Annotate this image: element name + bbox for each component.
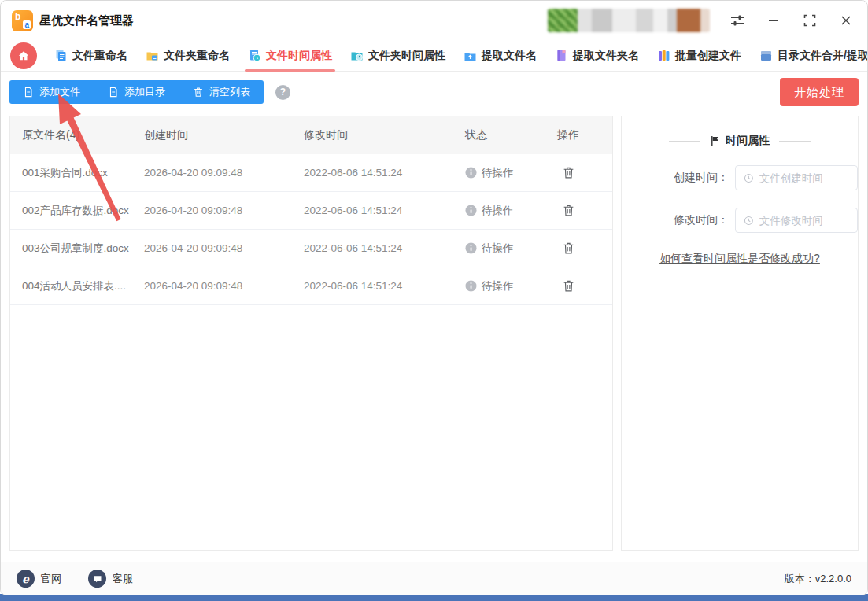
start-processing-button[interactable]: 开始处理: [780, 78, 859, 106]
tab-extract-filename[interactable]: 提取文件名: [464, 40, 537, 72]
logo-glyph-b: b: [15, 11, 20, 22]
file-rename-icon: [54, 49, 68, 62]
file-name: 003公司规章制度.docx: [10, 242, 144, 256]
status-cell: 待操作: [465, 166, 557, 180]
file-name: 002产品库存数据.docx: [10, 204, 144, 218]
help-icon[interactable]: ?: [275, 85, 290, 100]
table-row: 001采购合同.docx 2026-04-20 09:09:48 2022-06…: [10, 154, 612, 192]
home-button[interactable]: [10, 42, 37, 69]
trash-icon: [562, 242, 575, 255]
app-title: 星优文件名管理器: [39, 13, 134, 28]
flag-icon: [710, 135, 721, 146]
created-time: 2026-04-20 09:09:48: [144, 167, 304, 179]
close-button[interactable]: [837, 12, 855, 29]
modified-time-field-row: 修改时间：: [622, 208, 858, 233]
official-website-link[interactable]: e 官网: [17, 570, 61, 588]
folder-time-icon: [350, 49, 364, 62]
file-icon: [23, 87, 34, 98]
tab-folder-time-attr[interactable]: 文件夹时间属性: [350, 40, 445, 72]
logo-glyph-a: a: [23, 20, 31, 29]
titlebar: b a 星优文件名管理器: [1, 1, 867, 40]
clear-list-button[interactable]: 清空列表: [179, 80, 264, 104]
modified-time: 2022-06-06 14:51:24: [304, 242, 465, 254]
settings-sliders-icon[interactable]: [729, 12, 746, 29]
col-header-modified: 修改时间: [304, 128, 465, 142]
add-file-button[interactable]: 添加文件: [9, 80, 94, 104]
modified-time: 2022-06-06 14:51:24: [304, 280, 465, 292]
home-icon: [17, 49, 31, 63]
created-time-input[interactable]: [759, 172, 849, 184]
tab-extract-foldername[interactable]: 提取文件夹名: [555, 40, 639, 72]
created-time-field-row: 创建时间：: [622, 165, 858, 190]
support-label: 客服: [113, 572, 133, 586]
status-cell: 待操作: [465, 279, 557, 293]
panel-header: 时间属性: [622, 134, 858, 148]
table-header: 原文件名(4) 创建时间 修改时间 状态 操作: [10, 116, 612, 154]
delete-row-button[interactable]: [560, 202, 577, 219]
file-name: 001采购合同.docx: [10, 166, 144, 180]
extract-filename-icon: [464, 49, 477, 62]
merge-extract-icon: [759, 49, 773, 62]
time-attr-panel: 时间属性 创建时间： 修改时间： 如何查看时间属性是否修改成功?: [621, 116, 859, 551]
trash-icon: [562, 204, 575, 217]
modified-time: 2022-06-06 14:51:24: [304, 205, 465, 216]
panel-title: 时间属性: [726, 134, 770, 148]
website-label: 官网: [41, 572, 61, 586]
website-icon: e: [17, 570, 35, 588]
clock-icon: [744, 215, 754, 227]
file-table: 原文件名(4) 创建时间 修改时间 状态 操作 001采购合同.docx 202…: [9, 116, 613, 551]
table-row: 002产品库存数据.docx 2026-04-20 09:09:48 2022-…: [10, 192, 612, 230]
tab-file-time-attr[interactable]: 文件时间属性: [248, 40, 332, 72]
delete-row-button[interactable]: [560, 240, 577, 256]
customer-service-link[interactable]: 客服: [88, 570, 133, 588]
info-icon: [465, 167, 477, 179]
created-time-input-wrap: [735, 165, 858, 190]
created-time: 2026-04-20 09:09:48: [144, 280, 304, 292]
extract-foldername-icon: [555, 49, 568, 62]
col-header-status: 状态: [465, 128, 557, 142]
delete-row-button[interactable]: [560, 278, 577, 294]
info-icon: [465, 280, 477, 292]
file-name: 004活动人员安排表....: [10, 279, 144, 293]
user-account-redacted[interactable]: [548, 9, 710, 32]
table-row: 003公司规章制度.docx 2026-04-20 09:09:48 2022-…: [10, 230, 612, 267]
tab-batch-create-files[interactable]: 批量创建文件: [657, 40, 741, 72]
main-content: 原文件名(4) 创建时间 修改时间 状态 操作 001采购合同.docx 202…: [1, 112, 867, 562]
minimize-button[interactable]: [765, 12, 782, 29]
status-text: 待操作: [482, 279, 514, 293]
trash-icon: [562, 166, 575, 179]
tab-folder-rename[interactable]: 文件夹重命名: [146, 40, 230, 72]
app-logo-icon: b a: [12, 10, 33, 31]
created-time-label: 创建时间：: [672, 171, 729, 185]
batch-create-icon: [657, 49, 670, 62]
modified-time-label: 修改时间：: [672, 213, 729, 227]
col-header-action: 操作: [557, 128, 612, 142]
trash-icon: [562, 279, 575, 293]
tab-merge-extract[interactable]: 目录文件合并/提取: [759, 40, 868, 72]
avatar: [548, 9, 578, 32]
table-row: 004活动人员安排表.... 2026-04-20 09:09:48 2022-…: [10, 267, 612, 305]
delete-row-button[interactable]: [560, 164, 577, 181]
app-window: b a 星优文件名管理器: [0, 0, 868, 595]
col-header-filename: 原文件名(4): [10, 128, 144, 142]
maximize-button[interactable]: [801, 12, 818, 29]
add-directory-button[interactable]: 添加目录: [94, 80, 179, 104]
tab-file-rename[interactable]: 文件重命名: [54, 40, 127, 72]
status-text: 待操作: [482, 242, 514, 256]
footer: e 官网 客服 版本：v2.2.0.0: [1, 562, 867, 595]
modified-time-input[interactable]: [759, 215, 849, 227]
chat-bubble-icon: [88, 570, 106, 588]
status-cell: 待操作: [465, 242, 557, 256]
how-to-verify-link[interactable]: 如何查看时间属性是否修改成功?: [622, 252, 858, 266]
status-text: 待操作: [482, 166, 514, 180]
file-icon: [108, 87, 119, 98]
folder-rename-icon: [146, 49, 159, 62]
info-icon: [465, 205, 477, 216]
status-cell: 待操作: [465, 204, 557, 218]
modified-time-input-wrap: [735, 208, 858, 233]
created-time: 2026-04-20 09:09:48: [144, 205, 304, 216]
trash-icon: [193, 87, 204, 98]
created-time: 2026-04-20 09:09:48: [144, 242, 304, 254]
tabbar: 文件重命名 文件夹重命名 文件时间属性 文件夹时间属性 提取文件名 提取文件夹名: [1, 40, 867, 72]
info-icon: [465, 242, 477, 254]
